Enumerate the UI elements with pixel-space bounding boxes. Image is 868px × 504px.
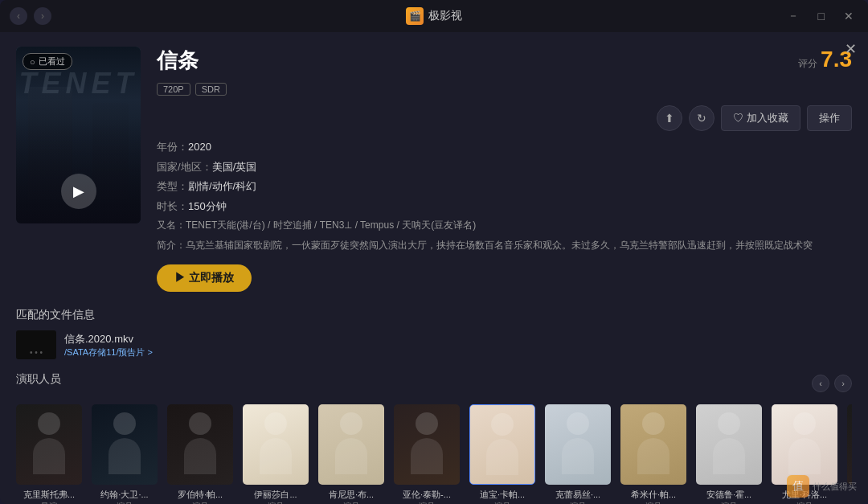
close-detail-button[interactable]: ✕	[845, 40, 857, 58]
cast-name: 克蕾易丝·...	[545, 489, 611, 501]
cast-photo	[167, 404, 233, 485]
minimize-button[interactable]: －	[783, 7, 804, 25]
duration-field: 时长：150分钟	[157, 199, 852, 215]
poster-image: TENET ▶	[16, 47, 141, 223]
person-silhouette	[16, 404, 82, 485]
content-area: ✕ TENET ▶ ○	[0, 32, 868, 504]
cast-item[interactable]: 约翰·大卫·...演员	[92, 404, 158, 504]
cast-name: 安德鲁·霍...	[696, 489, 762, 501]
cast-role: 演员	[343, 501, 359, 504]
person-silhouette	[318, 404, 384, 485]
cast-role: 演员	[796, 501, 813, 504]
cast-role: 导演	[41, 501, 57, 504]
cast-next-button[interactable]: ›	[834, 375, 852, 392]
app-icon: 🎬	[406, 7, 424, 25]
cast-item[interactable]: 伊丽莎白...演员	[243, 404, 309, 504]
cast-name: 亚伦·泰勒-...	[394, 489, 460, 501]
cast-name: 罗伯特·帕...	[167, 489, 233, 501]
person-silhouette	[620, 404, 686, 485]
cast-role: 演员	[570, 501, 586, 504]
synopsis-field: 简介：乌克兰基辅国家歌剧院，一伙蒙面歹徒突然闯入演出大厅，挟持在场数百名音乐家和…	[157, 238, 852, 253]
cast-list: 克里斯托弗...导演约翰·大卫·...演员罗伯特·帕...演员伊丽莎白...演员…	[16, 404, 852, 504]
play-now-button[interactable]: ▶ 立即播放	[157, 264, 252, 292]
app-title: 极影视	[428, 9, 462, 23]
file-thumb-dots: • • •	[30, 348, 43, 357]
cast-photo	[16, 404, 82, 485]
cast-role: 演员	[721, 501, 737, 504]
person-silhouette	[696, 404, 762, 485]
cast-photo	[469, 404, 535, 485]
person-silhouette	[167, 404, 233, 485]
play-row: ▶ 立即播放	[157, 264, 852, 292]
file-info-title: 匹配的文件信息	[16, 308, 852, 322]
cast-role: 演员	[268, 501, 284, 504]
person-silhouette	[243, 404, 309, 485]
title-rating-row: 信条 评分 7.3	[157, 47, 852, 75]
cast-item[interactable]: 希米什·帕...演员	[620, 404, 686, 504]
alias-field: 又名：TENET天能(港/台) / 时空追捕 / TEN3⊥ / Tempus …	[157, 218, 852, 233]
close-button[interactable]: ✕	[839, 8, 858, 24]
file-path-link[interactable]: /SATA存储11/预告片 >	[64, 347, 153, 357]
cast-item[interactable]: 迪宝·卡帕...演员	[469, 404, 535, 504]
cast-photo	[394, 404, 460, 485]
nav-forward-button[interactable]: ›	[34, 7, 51, 25]
titlebar-nav: ‹ ›	[10, 7, 51, 25]
cast-name: 希米什·帕...	[620, 489, 686, 501]
cast-item[interactable]: 罗伯特·帕...演员	[167, 404, 233, 504]
cast-name: 肯尼思·布...	[318, 489, 384, 501]
cast-photo	[92, 404, 158, 485]
poster-play-button[interactable]: ▶	[61, 174, 96, 209]
cast-role: 演员	[192, 501, 208, 504]
cast-item[interactable]: 安德鲁·霍...演员	[696, 404, 762, 504]
genre-field: 类型：剧情/动作/科幻	[157, 178, 852, 195]
rating-section: 评分 7.3	[798, 47, 852, 72]
year-field: 年份：2020	[157, 139, 852, 155]
badge-720p: 720P	[157, 83, 190, 96]
cast-role: 演员	[645, 501, 661, 504]
more-button[interactable]: 操作	[807, 105, 852, 131]
watched-badge: ○ 已看过	[23, 53, 72, 70]
cast-section: 演职人员 ‹ › 克里斯托弗...导演约翰·大卫·...演员罗伯特·帕...演员…	[16, 372, 852, 504]
cast-role: 演员	[419, 501, 435, 504]
cast-navigation: ‹ ›	[812, 375, 852, 392]
cast-photo	[318, 404, 384, 485]
person-silhouette	[545, 404, 611, 485]
file-item: • • • 信条.2020.mkv /SATA存储11/预告片 >	[16, 330, 852, 359]
movie-title: 信条	[157, 47, 199, 75]
cast-item[interactable]: 肯尼思·布...演员	[318, 404, 384, 504]
nav-back-button[interactable]: ‹	[10, 7, 27, 25]
cast-prev-button[interactable]: ‹	[812, 375, 829, 392]
file-path: /SATA存储11/预告片 >	[64, 346, 153, 359]
cast-name: 迪宝·卡帕...	[469, 489, 535, 501]
file-details: 信条.2020.mkv /SATA存储11/预告片 >	[64, 332, 153, 359]
person-silhouette	[92, 404, 158, 485]
cast-role: 演员	[117, 501, 133, 504]
cast-name: 克里斯托弗...	[16, 489, 82, 501]
cast-item[interactable]: 克蕾易丝·...演员	[545, 404, 611, 504]
watermark-icon: 值	[787, 475, 809, 498]
rating-label: 评分	[798, 57, 817, 71]
action-buttons: ⬆ ↻ ♡ 加入收藏 操作	[157, 105, 852, 131]
person-silhouette	[470, 405, 534, 484]
file-name: 信条.2020.mkv	[64, 332, 153, 346]
cast-name: 伊丽莎白...	[243, 489, 309, 501]
watermark: 值 什么值得买	[787, 475, 857, 498]
file-info-section: 匹配的文件信息 • • • 信条.2020.mkv /SATA存储11/预告片 …	[16, 308, 852, 359]
share-button[interactable]: ⬆	[657, 105, 682, 131]
person-silhouette	[772, 404, 837, 485]
cast-header: 演职人员 ‹ ›	[16, 372, 852, 395]
badge-sdr: SDR	[195, 83, 227, 96]
cast-item[interactable]: 克里斯托弗...导演	[16, 404, 82, 504]
quality-badges: 720P SDR	[157, 83, 852, 96]
cast-role: 演员	[494, 501, 510, 504]
movie-info: 信条 评分 7.3 720P SDR ⬆ ↻ ♡ 加入收藏 操作	[157, 47, 852, 292]
cast-photo	[696, 404, 762, 485]
cast-photo	[243, 404, 309, 485]
movie-poster: TENET ▶ ○ 已看过	[16, 47, 141, 223]
refresh-button[interactable]: ↻	[689, 105, 714, 131]
favorite-button[interactable]: ♡ 加入收藏	[721, 105, 800, 131]
cast-item[interactable]: 亚伦·泰勒-...演员	[394, 404, 460, 504]
country-field: 国家/地区：美国/英国	[157, 159, 852, 175]
maximize-button[interactable]: □	[813, 8, 829, 24]
cast-name: 约翰·大卫·...	[92, 489, 158, 501]
